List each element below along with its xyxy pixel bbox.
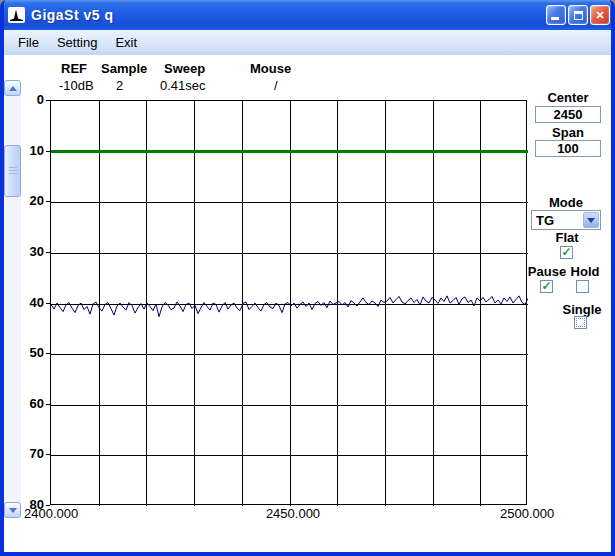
scrollbar-thumb[interactable] (4, 145, 21, 197)
close-icon: ✕ (595, 9, 604, 22)
y-axis-label: 40 (20, 295, 44, 310)
close-button[interactable]: ✕ (590, 5, 610, 25)
x-axis-label: 2450.000 (262, 506, 324, 521)
chevron-down-icon (9, 508, 17, 513)
ref-header: REF (61, 61, 87, 76)
menu-setting[interactable]: Setting (57, 35, 97, 50)
x-axis-label: 2500.000 (500, 506, 560, 521)
y-axis-tick (46, 100, 50, 101)
span-label: Span (535, 125, 601, 140)
single-label: Single (561, 302, 603, 317)
ref-value: -10dB (59, 78, 94, 93)
sweep-header: Sweep (164, 61, 205, 76)
hold-checkbox[interactable]: ✓ (576, 280, 589, 293)
y-axis-label: 0 (20, 92, 44, 107)
menu-exit[interactable]: Exit (115, 35, 137, 50)
minimize-button[interactable] (546, 5, 566, 25)
sample-header: Sample (101, 61, 147, 76)
maximize-icon (574, 11, 583, 20)
spectrum-trace-canvas (51, 101, 528, 506)
app-window: GigaSt v5 q ✕ File Setting Exit REF Samp… (0, 0, 615, 556)
mode-label: Mode (531, 195, 601, 210)
span-input[interactable] (535, 140, 601, 157)
window-title: GigaSt v5 q (31, 7, 114, 23)
y-axis-tick (46, 151, 50, 152)
y-axis-tick (46, 303, 50, 304)
y-axis-tick (46, 201, 50, 202)
mouse-header: Mouse (250, 61, 291, 76)
mode-dropdown-button[interactable] (583, 212, 599, 228)
y-axis-label: 10 (20, 143, 44, 158)
pause-label: Pause (526, 264, 568, 279)
y-axis-tick (46, 454, 50, 455)
y-axis-label: 30 (20, 244, 44, 259)
scroll-down-button[interactable] (4, 502, 21, 518)
menu-file[interactable]: File (18, 35, 39, 50)
center-label: Center (535, 90, 601, 105)
flat-checkbox[interactable]: ✓ (560, 246, 573, 259)
y-axis-tick (46, 404, 50, 405)
minimize-icon (551, 17, 559, 20)
spectrum-plot[interactable] (50, 100, 527, 505)
pause-checkbox[interactable]: ✓ (540, 280, 553, 293)
mode-select[interactable]: TG (531, 210, 601, 230)
sweep-value: 0.41sec (160, 78, 206, 93)
scroll-up-button[interactable] (4, 80, 21, 96)
y-axis-label: 70 (20, 446, 44, 461)
chevron-up-icon (9, 86, 17, 91)
y-axis-label: 60 (20, 396, 44, 411)
check-icon: ✓ (541, 279, 551, 293)
app-icon[interactable] (8, 7, 25, 23)
y-axis-label: 50 (20, 345, 44, 360)
single-checkbox[interactable]: ✓ (574, 316, 587, 329)
y-axis-label: 20 (20, 193, 44, 208)
chevron-down-icon (587, 218, 595, 223)
scrollbar-grip-icon (9, 167, 17, 174)
x-axis-label: 2400.000 (24, 506, 84, 521)
flat-label: Flat (545, 230, 589, 245)
mouse-value: / (274, 78, 278, 93)
hold-label: Hold (567, 264, 603, 279)
y-axis-tick (46, 353, 50, 354)
title-bar: GigaSt v5 q ✕ (0, 0, 615, 30)
sample-value: 2 (116, 78, 123, 93)
check-icon: ✓ (561, 245, 571, 259)
vertical-scrollbar[interactable] (4, 80, 21, 518)
maximize-button[interactable] (568, 5, 588, 25)
menu-bar: File Setting Exit (4, 30, 611, 55)
center-input[interactable] (535, 106, 601, 123)
mode-selected-value: TG (536, 213, 554, 228)
y-axis-tick (46, 252, 50, 253)
